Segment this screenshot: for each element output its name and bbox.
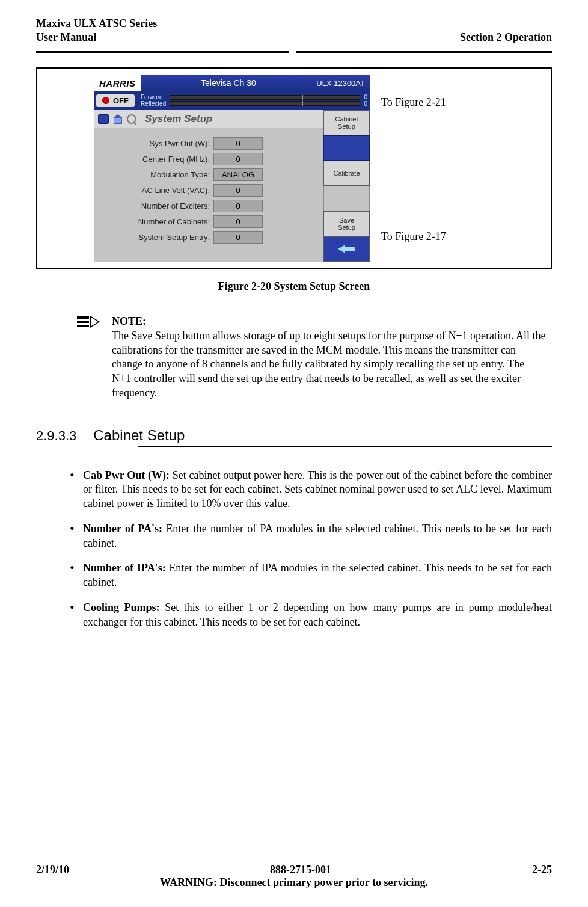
footer-warning: WARNING: Disconnect primary power prior … bbox=[36, 876, 552, 889]
gui-model: ULX 12300AT bbox=[316, 79, 370, 88]
bullet-list: Cab Pwr Out (W): Set cabinet output powe… bbox=[36, 469, 552, 630]
page-footer: 2/19/10 888-2715-001 2-25 WARNING: Disco… bbox=[36, 864, 552, 889]
annotation-bottom: To Figure 2-17 bbox=[381, 230, 446, 243]
power-off-label: OFF bbox=[113, 96, 129, 105]
power-off-dot-icon bbox=[102, 97, 109, 104]
subsection-number: 2.9.3.3 bbox=[36, 428, 76, 444]
param-value[interactable]: 0 bbox=[213, 153, 263, 165]
back-button[interactable] bbox=[323, 236, 370, 262]
power-off-indicator[interactable]: OFF bbox=[96, 94, 135, 107]
doc-series-title: Maxiva ULX ATSC Series User Manual bbox=[36, 17, 157, 44]
meter-values: 0 0 bbox=[364, 94, 370, 107]
note-body: The Save Setup button allows storage of … bbox=[112, 329, 546, 401]
harris-logo: HARRIS bbox=[94, 75, 141, 91]
doc-series-line2: User Manual bbox=[36, 31, 157, 45]
reflected-bar bbox=[170, 101, 360, 106]
gui-screenshot: HARRIS Televisa Ch 30 ULX 12300AT OFF Fo… bbox=[94, 75, 370, 262]
param-value[interactable]: 0 bbox=[213, 231, 263, 244]
side-button-column: Cabinet Setup Calibrate Save Setup bbox=[323, 110, 370, 262]
param-row: Number of Exciters:0 bbox=[99, 200, 318, 212]
note-callout: NOTE: The Save Setup button allows stora… bbox=[36, 315, 552, 401]
list-item: Number of IPA's: Enter the number of IPA… bbox=[70, 561, 552, 590]
param-row: System Setup Entry:0 bbox=[99, 231, 318, 244]
gui-titlebar: HARRIS Televisa Ch 30 ULX 12300AT bbox=[94, 75, 370, 91]
param-row: Number of Cabinets:0 bbox=[99, 215, 318, 228]
magnifier-icon bbox=[127, 114, 136, 124]
param-label: Number of Exciters: bbox=[99, 201, 213, 211]
bullet-term: Number of IPA's: bbox=[83, 562, 169, 574]
param-label: Sys Pwr Out (W): bbox=[99, 139, 213, 148]
save-setup-button[interactable]: Save Setup bbox=[323, 211, 370, 236]
list-item: Number of PA's: Enter the number of PA m… bbox=[70, 522, 552, 551]
bullet-term: Cooling Pumps: bbox=[83, 601, 165, 613]
param-label: Modulation Type: bbox=[99, 170, 213, 179]
cabinet-setup-button[interactable]: Cabinet Setup bbox=[323, 110, 370, 135]
list-item: Cooling Pumps: Set this to either 1 or 2… bbox=[70, 601, 552, 630]
side-blank-button bbox=[323, 186, 370, 211]
param-value[interactable]: 0 bbox=[213, 215, 263, 228]
bullet-term: Cab Pwr Out (W): bbox=[83, 469, 173, 481]
reflected-value: 0 bbox=[364, 100, 367, 107]
screen-title: System Setup bbox=[145, 113, 212, 125]
footer-docnum: 888-2715-001 bbox=[270, 864, 331, 876]
param-label: System Setup Entry: bbox=[99, 233, 213, 242]
subsection-title: Cabinet Setup bbox=[93, 427, 185, 444]
param-list: Sys Pwr Out (W):0 Center Freq (MHz):0 Mo… bbox=[94, 128, 323, 257]
reflected-label: Reflected bbox=[141, 100, 166, 107]
figure-caption: Figure 2-20 System Setup Screen bbox=[36, 280, 552, 293]
subsection-rule bbox=[138, 446, 552, 447]
back-arrow-icon bbox=[338, 245, 356, 253]
home-icon[interactable] bbox=[112, 114, 123, 124]
param-row: AC Line Volt (VAC):0 bbox=[99, 184, 318, 197]
note-arrow-icon bbox=[77, 316, 105, 328]
nav-box-icon[interactable] bbox=[98, 114, 109, 124]
figure-frame: HARRIS Televisa Ch 30 ULX 12300AT OFF Fo… bbox=[36, 67, 552, 269]
param-row: Modulation Type:ANALOG bbox=[99, 168, 318, 181]
figure-annotations: To Figure 2-21 To Figure 2-17 bbox=[381, 96, 446, 243]
bullet-term: Number of PA's: bbox=[83, 523, 166, 535]
footer-date: 2/19/10 bbox=[36, 864, 69, 876]
param-label: Center Freq (MHz): bbox=[99, 155, 213, 164]
param-value[interactable]: ANALOG bbox=[213, 168, 263, 181]
forward-label: Forward bbox=[141, 94, 166, 100]
list-item: Cab Pwr Out (W): Set cabinet output powe… bbox=[70, 469, 552, 511]
param-value[interactable]: 0 bbox=[213, 200, 263, 212]
note-heading: NOTE: bbox=[112, 315, 546, 329]
forward-value: 0 bbox=[364, 94, 367, 100]
gui-statusbar: OFF Forward Reflected 0 0 bbox=[94, 91, 370, 110]
cabinet-setup-indicator bbox=[323, 135, 370, 161]
annotation-top: To Figure 2-21 bbox=[381, 96, 446, 109]
breadcrumb: System Setup bbox=[94, 110, 323, 128]
meter-bars bbox=[170, 94, 360, 107]
forward-bar bbox=[170, 95, 360, 100]
doc-series-line1: Maxiva ULX ATSC Series bbox=[36, 17, 157, 31]
meter-labels: Forward Reflected bbox=[141, 94, 166, 107]
param-value[interactable]: 0 bbox=[213, 137, 263, 150]
param-row: Sys Pwr Out (W):0 bbox=[99, 137, 318, 150]
section-title: Section 2 Operation bbox=[460, 31, 552, 45]
subsection: 2.9.3.3 Cabinet Setup bbox=[36, 427, 552, 447]
param-value[interactable]: 0 bbox=[213, 184, 263, 197]
footer-page: 2-25 bbox=[532, 864, 552, 876]
param-label: AC Line Volt (VAC): bbox=[99, 186, 213, 195]
calibrate-button[interactable]: Calibrate bbox=[323, 161, 370, 186]
param-row: Center Freq (MHz):0 bbox=[99, 153, 318, 165]
gui-channel-title: Televisa Ch 30 bbox=[141, 78, 317, 88]
param-label: Number of Cabinets: bbox=[99, 217, 213, 226]
